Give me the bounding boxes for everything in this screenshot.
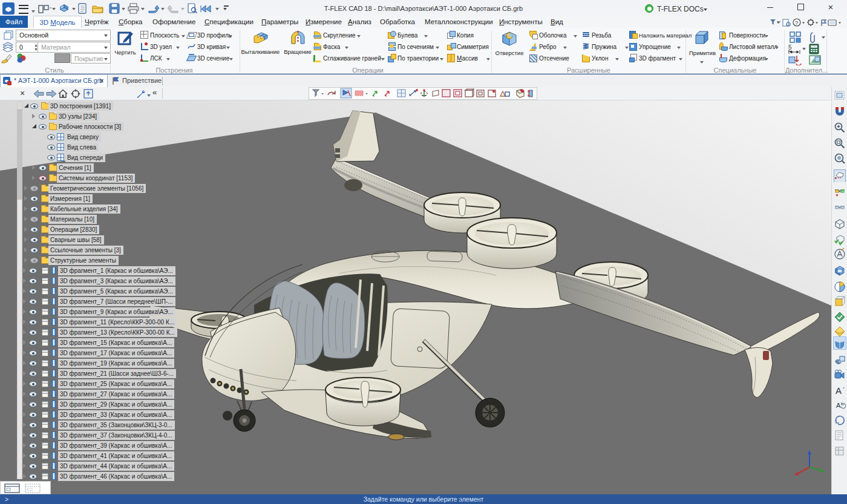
svg-text:?: ?: [795, 20, 798, 26]
svg-text:A: A: [836, 402, 841, 409]
svg-text:A: A: [836, 385, 842, 396]
